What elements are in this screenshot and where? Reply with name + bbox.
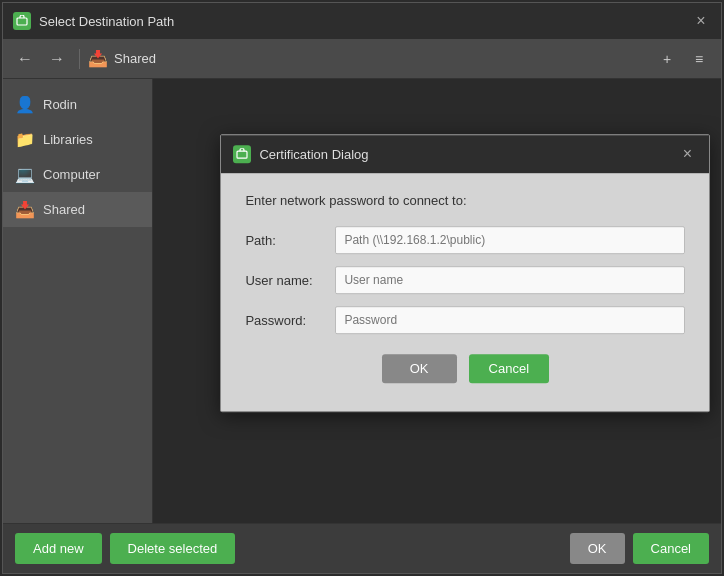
svg-rect-0: [17, 18, 27, 25]
username-input[interactable]: [335, 266, 685, 294]
svg-rect-1: [237, 151, 247, 158]
cert-ok-button[interactable]: OK: [382, 354, 457, 383]
username-label: User name:: [245, 273, 335, 288]
cancel-button[interactable]: Cancel: [633, 533, 709, 564]
toolbar-separator: [79, 49, 80, 69]
path-label: Path:: [245, 233, 335, 248]
toolbar: ← → 📥 Shared + ≡: [3, 39, 721, 79]
user-icon: 👤: [15, 95, 35, 114]
sidebar-item-libraries[interactable]: 📁 Libraries: [3, 122, 152, 157]
cert-cancel-button[interactable]: Cancel: [469, 354, 549, 383]
username-field-row: User name:: [245, 266, 685, 294]
shared-icon: 📥: [15, 200, 35, 219]
view-button[interactable]: ≡: [685, 45, 713, 73]
cert-dialog-body: Enter network password to connect to: Pa…: [221, 173, 709, 411]
cert-dialog-title-bar: Certification Dialog ×: [221, 135, 709, 173]
content-area: 👤 Rodin 📁 Libraries 💻 Computer 📥 Shared: [3, 79, 721, 523]
cert-dialog-icon: [233, 145, 251, 163]
sidebar-item-label: Shared: [43, 202, 85, 217]
sidebar-item-label: Computer: [43, 167, 100, 182]
toolbar-right: + ≡: [653, 45, 713, 73]
title-bar-icon: [13, 12, 31, 30]
cert-dialog-subtitle: Enter network password to connect to:: [245, 193, 685, 208]
delete-selected-button[interactable]: Delete selected: [110, 533, 236, 564]
window-title: Select Destination Path: [39, 14, 691, 29]
title-bar: Select Destination Path ×: [3, 3, 721, 39]
sidebar-item-label: Rodin: [43, 97, 77, 112]
sidebar: 👤 Rodin 📁 Libraries 💻 Computer 📥 Shared: [3, 79, 153, 523]
libraries-icon: 📁: [15, 130, 35, 149]
sidebar-item-computer[interactable]: 💻 Computer: [3, 157, 152, 192]
password-input[interactable]: [335, 306, 685, 334]
password-label: Password:: [245, 313, 335, 328]
forward-button[interactable]: →: [43, 45, 71, 73]
main-window: Select Destination Path × ← → 📥 Shared +…: [2, 2, 722, 574]
path-text: Shared: [114, 51, 156, 66]
sidebar-item-rodin[interactable]: 👤 Rodin: [3, 87, 152, 122]
ok-button[interactable]: OK: [570, 533, 625, 564]
password-field-row: Password:: [245, 306, 685, 334]
cert-dialog-close-button[interactable]: ×: [677, 144, 697, 164]
path-field-row: Path:: [245, 226, 685, 254]
bottom-bar: Add new Delete selected OK Cancel: [3, 523, 721, 573]
computer-icon: 💻: [15, 165, 35, 184]
main-panel: Certification Dialog × Enter network pas…: [153, 79, 721, 523]
sidebar-item-label: Libraries: [43, 132, 93, 147]
path-input[interactable]: [335, 226, 685, 254]
cert-dialog-title-text: Certification Dialog: [259, 147, 669, 162]
path-icon: 📥: [88, 49, 108, 68]
new-folder-button[interactable]: +: [653, 45, 681, 73]
cert-dialog-actions: OK Cancel: [245, 354, 685, 391]
cert-dialog: Certification Dialog × Enter network pas…: [220, 134, 710, 412]
sidebar-item-shared[interactable]: 📥 Shared: [3, 192, 152, 227]
add-new-button[interactable]: Add new: [15, 533, 102, 564]
window-close-button[interactable]: ×: [691, 11, 711, 31]
back-button[interactable]: ←: [11, 45, 39, 73]
toolbar-path: 📥 Shared: [88, 49, 649, 68]
